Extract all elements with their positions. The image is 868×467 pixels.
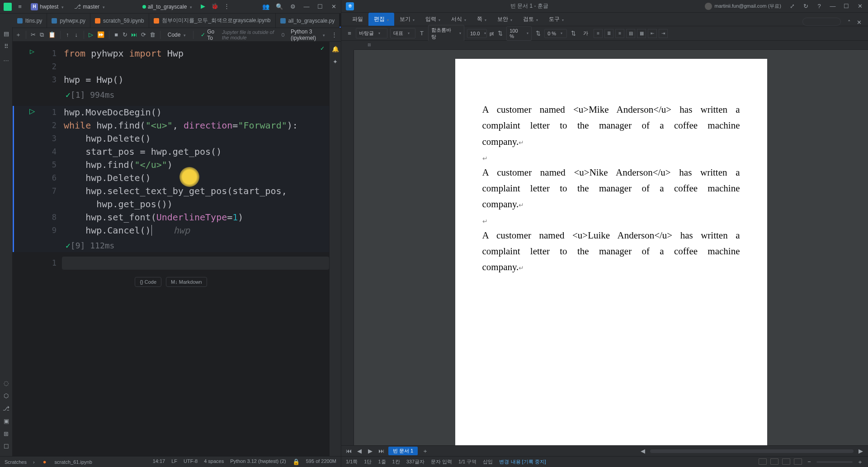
indent-inc-icon[interactable]: ⇥	[659, 29, 668, 38]
menu-view[interactable]: 보기	[394, 13, 420, 26]
move-down-icon[interactable]: ↓	[74, 31, 79, 38]
paste-icon[interactable]: 📋	[48, 31, 56, 38]
cell-type-selector[interactable]: Code	[165, 31, 189, 39]
cut-icon[interactable]: ✂	[31, 31, 36, 38]
add-markdown-button[interactable]: M↓ Markdown	[166, 277, 207, 287]
view-mode-2-icon[interactable]	[770, 458, 778, 465]
hscrollbar[interactable]	[650, 449, 854, 453]
move-up-icon[interactable]: ↑	[65, 31, 70, 38]
hwp-search-pill[interactable]	[802, 18, 841, 26]
cell-run-icon[interactable]: ▷	[29, 107, 35, 115]
rep-selector[interactable]: 대표	[390, 28, 415, 38]
notebook-editor[interactable]: ✓ ▷ 1 2 3 from pyhwpx import Hwp hwp = H…	[13, 42, 329, 456]
ring-icon[interactable]: ◌	[3, 379, 10, 386]
size-stepper-icon[interactable]: ⇅	[496, 30, 504, 37]
hscroll-right-icon[interactable]: ▶	[857, 448, 864, 455]
document-page[interactable]: A customer named <u>Mike Anderson</u> ha…	[455, 59, 767, 445]
menu-page[interactable]: 쪽	[472, 13, 492, 26]
git-icon[interactable]: ⎇	[3, 405, 10, 412]
cursor-pos[interactable]: 14:17	[153, 458, 165, 466]
run-icon[interactable]: ▶	[199, 3, 207, 10]
add-code-button[interactable]: {} Code	[135, 277, 161, 287]
zoom-out-icon[interactable]: −	[806, 458, 813, 466]
tab-ltins[interactable]: ltins.py	[13, 14, 47, 28]
stop-icon[interactable]: ■	[113, 31, 119, 38]
settings-icon[interactable]: ⚙	[289, 3, 297, 10]
align-right-icon[interactable]: ≡	[615, 29, 624, 38]
more-icon[interactable]: …	[3, 55, 10, 62]
add-cell-icon[interactable]: ＋	[15, 31, 21, 38]
run-all-icon[interactable]: ⏩	[97, 31, 104, 38]
align-center-icon[interactable]: ≣	[604, 29, 613, 38]
status-section[interactable]: 1/1 구역	[458, 458, 476, 465]
minimize-icon[interactable]: —	[829, 3, 836, 10]
horizontal-ruler[interactable]: ⊠	[354, 41, 868, 50]
expand-icon[interactable]: ⤢	[788, 3, 796, 10]
collapse-icon[interactable]: ˄	[845, 19, 853, 26]
kernel-selector[interactable]: Python 3 (ipykernel)	[288, 28, 328, 42]
folder-icon[interactable]: ▤	[3, 30, 10, 37]
menu-tools[interactable]: 도구	[543, 13, 569, 26]
path-file[interactable]: scratch_61.ipynb	[55, 459, 92, 465]
add-doc-icon[interactable]: ＋	[421, 448, 429, 455]
status-mode[interactable]: 문자 입력	[431, 458, 452, 465]
paragraph-3[interactable]: A customer named <u>Luike Anderson</u> h…	[482, 228, 740, 276]
tab-prev-icon[interactable]: ◀	[356, 448, 363, 455]
hscroll-left-icon[interactable]: ◀	[639, 448, 646, 455]
close-icon[interactable]: ✕	[856, 3, 863, 10]
status-insert[interactable]: 삽입	[483, 458, 493, 465]
terminal-icon[interactable]: ▣	[3, 417, 10, 424]
vertical-ruler[interactable]	[341, 50, 354, 445]
style-icon[interactable]: ≡	[346, 30, 353, 37]
collab-icon[interactable]: 👥	[262, 3, 269, 10]
tab-next-icon[interactable]: ▶	[367, 448, 374, 455]
paragraph-2[interactable]: A customer named <u>Nike Anderson</u> ha…	[482, 165, 740, 213]
page-scroll[interactable]: A customer named <u>Mike Anderson</u> ha…	[354, 50, 868, 445]
clear-icon[interactable]: 🗑	[150, 31, 156, 38]
interrupt-icon[interactable]: ⟳	[141, 31, 146, 38]
minimize-icon[interactable]: —	[303, 3, 310, 10]
code-cell-3[interactable]: 1	[13, 257, 329, 270]
tab-pyhwpx[interactable]: pyhwpx.py	[47, 14, 90, 28]
tab-last-icon[interactable]: ⏭	[377, 448, 385, 455]
align-justify-icon[interactable]: ▤	[626, 29, 635, 38]
code-cell-2[interactable]: ▷ 1 2 3 4 5 6 7 8 9 hwp.MoveDocBegin() w…	[13, 106, 329, 252]
doc-tab[interactable]: 빈 문서 1	[388, 447, 418, 455]
paragraph-1[interactable]: A customer named <u>Mike Anderson</u> ha…	[482, 102, 740, 150]
tab-grayscale-py[interactable]: all_to_grayscale.py	[276, 14, 340, 28]
tab-first-icon[interactable]: ⏮	[345, 448, 352, 455]
structure-icon[interactable]: ⠿	[3, 43, 10, 50]
tab-scratch59[interactable]: scratch_59.ipynb	[90, 14, 149, 28]
debug-icon[interactable]: 🐞	[211, 3, 218, 10]
restart-icon[interactable]: ↻	[123, 31, 128, 38]
hwp-user[interactable]: martinii.fun@gmail.com (무료)	[705, 3, 781, 10]
font-selector[interactable]: 함초롬바탕	[428, 25, 464, 42]
zoom-2[interactable]: 0 %	[544, 29, 567, 38]
zoom-slider[interactable]	[816, 461, 853, 463]
menu-edit[interactable]: 편집	[368, 13, 394, 26]
view-mode-3-icon[interactable]	[782, 458, 790, 465]
ai-icon[interactable]: ✦	[332, 58, 339, 65]
view-mode-4-icon[interactable]	[794, 458, 802, 465]
status-col[interactable]: 1칸	[392, 458, 400, 465]
notifications-icon[interactable]: 🔔	[332, 45, 339, 52]
maximize-icon[interactable]: ☐	[316, 3, 324, 10]
search-icon[interactable]: 🔍	[276, 3, 283, 10]
cell-run-icon[interactable]: ▷	[30, 48, 34, 55]
git-branch[interactable]: ⎇ master	[71, 2, 108, 11]
style-selector[interactable]: 바탕글	[356, 28, 387, 38]
menu-security[interactable]: 보안	[492, 13, 518, 26]
run-config[interactable]: all_to_grayscale	[140, 3, 195, 11]
align-dist-icon[interactable]: ▦	[637, 29, 646, 38]
status-page[interactable]: 1/1쪽	[346, 458, 358, 465]
menu-review[interactable]: 검토	[518, 13, 543, 26]
interpreter[interactable]: Python 3.12 (hwptest) (2)	[230, 458, 286, 466]
services-icon[interactable]: ⊞	[3, 430, 10, 437]
refresh-icon[interactable]: ↻	[802, 3, 809, 10]
goto-button[interactable]: ✓Go To	[198, 28, 218, 42]
menu-icon[interactable]: ≡	[16, 3, 24, 10]
indent-dec-icon[interactable]: ⇤	[648, 29, 657, 38]
indent[interactable]: 4 spaces	[204, 458, 224, 466]
toolbar-more-icon[interactable]: ⋮	[331, 31, 337, 38]
close-icon[interactable]: ✕	[330, 3, 337, 10]
